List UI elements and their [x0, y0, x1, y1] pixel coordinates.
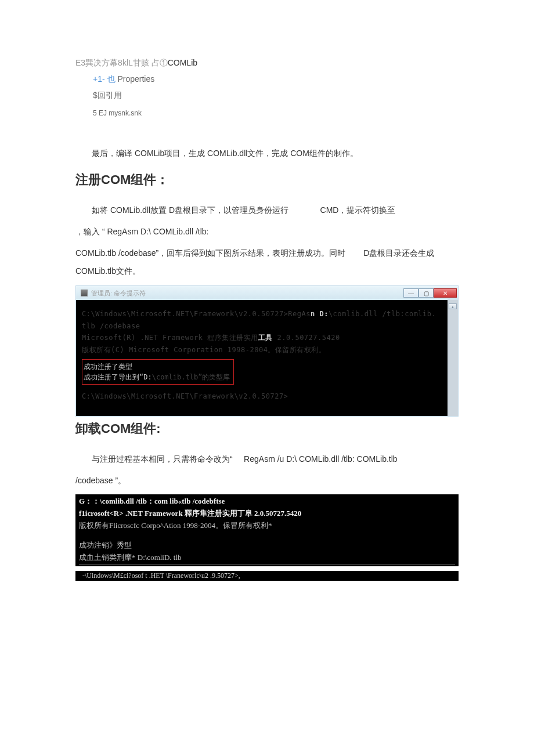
cmd2-line-4: 成功注销》秀型	[79, 540, 455, 552]
cmd2-prompt-trail: -\Uindows\M£ci?osof t .HET \Franeworlc\u…	[75, 571, 459, 581]
tree-line-references: $回引用	[75, 91, 459, 101]
tree-line-solution: E3巽决方幕8klL甘赅 占①COMLib	[75, 58, 459, 68]
cmd2-line-3: 版权所有Flicroscfc Corpo^Ation 1998-2004。保冒所…	[79, 520, 455, 532]
cmd2-line-5: 成血土销类刑摩* D:\comliD. tlb	[79, 552, 455, 565]
tree-text-a: E3巽决方幕8klL甘赅 占①	[75, 58, 168, 67]
tree-expand-icon: +1- 也	[93, 74, 116, 84]
cmd-output-line-2: tlb /codebase	[82, 320, 442, 332]
window-buttons: — ▢ ✕	[403, 288, 457, 298]
tree-properties-label: Properties	[116, 74, 155, 84]
paragraph-register-3: COMLib.tlb /codebase”，回车后得到如下图所示结果，表明注册成…	[75, 244, 459, 280]
cmd-body: ▴ C:\Windows\Microsoft.NET\Framework\v2.…	[76, 300, 458, 416]
tree-line-properties: +1- 也 Properties	[75, 74, 459, 85]
cmd-success-line-2: 成功注册了导出到“D:\comlib.tlb”的类型库	[84, 372, 230, 382]
cmd-title-text: 管理员: 命令提示符	[81, 289, 146, 298]
cmd-output-line-1: C:\Windows\Microsoft.NET\Framework\v2.0.…	[82, 308, 442, 320]
minimize-button[interactable]: —	[403, 288, 418, 298]
paragraph-register-2: ，输入 “ RegAsm D:\ COMLib.dll /tlb:	[75, 223, 459, 241]
heading-register-com: 注册COM组件：	[75, 171, 459, 189]
cmd-output-line-4: 版权所有(C) Microsoft Corporation 1998-2004。…	[82, 344, 442, 356]
cmd-success-line-1: 成功注册了类型	[84, 361, 230, 372]
cmd-window-unregister: G：：\comlib.dll /tlb：com lib«tlb /codebft…	[75, 494, 459, 566]
paragraph-build: 最后，编译 COMLib项目，生成 COMLib.dll文件，完成 COM组件的…	[75, 146, 459, 161]
cmd-output-line-3: Microsoft(R) .NET Framework 程序集注册实用工具 2.…	[82, 332, 442, 343]
scrollbar-up-arrow[interactable]: ▴	[449, 303, 457, 309]
close-button[interactable]: ✕	[434, 288, 457, 298]
cmd2-line-2: f1icrosoft<R> .NET Framework 釋序隼注册实用丁阜 2…	[79, 508, 455, 520]
tree-line-snk: 5 EJ mysnk.snk	[75, 109, 459, 117]
cmd-prompt-trail: C:\Windows\Microsoft.NET\Framework\v2.0.…	[82, 390, 442, 402]
cmd-window-register: 管理员: 命令提示符 — ▢ ✕ ▴ C:\Windows\Microsoft.…	[75, 285, 459, 417]
cmd-icon	[81, 290, 88, 296]
paragraph-unregister-1: 与注册过程基本相同，只需将命令改为“ RegAsm /u D:\ COMLib.…	[75, 450, 459, 468]
cmd-titlebar: 管理员: 命令提示符 — ▢ ✕	[76, 286, 458, 300]
cmd-success-box: 成功注册了类型 成功注册了导出到“D:\comlib.tlb”的类型库	[82, 359, 234, 385]
maximize-button[interactable]: ▢	[418, 288, 434, 298]
heading-unregister-com: 卸载COM组件:	[75, 420, 459, 437]
tree-text-project: COMLib	[168, 58, 197, 67]
paragraph-unregister-2: /codebase ”。	[75, 472, 459, 490]
paragraph-register-1: 如将 COMLib.dll放置 D盘根目录下，以管理员身份运行 CMD，提示符切…	[75, 201, 459, 219]
cmd2-line-1: G：：\comlib.dll /tlb：com lib«tlb /codebft…	[79, 495, 455, 508]
